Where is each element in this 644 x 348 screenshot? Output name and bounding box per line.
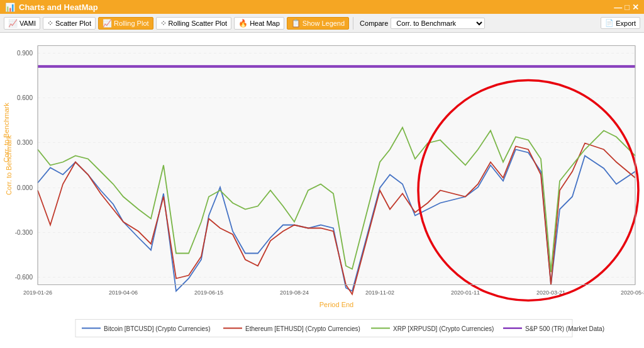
legend-icon: 📋 — [291, 19, 301, 28]
svg-text:2019-04-06: 2019-04-06 — [109, 289, 138, 296]
svg-text:2019-06-15: 2019-06-15 — [194, 289, 223, 296]
title-bar: 📊 Charts and HeatMap — □ ✕ — [0, 0, 644, 14]
svg-text:2019-11-02: 2019-11-02 — [365, 289, 394, 296]
svg-text:2019-01-26: 2019-01-26 — [23, 289, 52, 296]
svg-text:2020-05-30: 2020-05-30 — [621, 289, 644, 296]
chart-area: Corr. to Benchmark 0.900 0.600 0.300 0.0… — [0, 33, 644, 348]
toolbar: 📈 VAMI ⁘ Scatter Plot 📈 Rolling Plot ⁘ R… — [0, 14, 644, 33]
rolling-icon: 📈 — [103, 19, 112, 28]
rolling-scatter-label: Rolling Scatter Plot — [169, 20, 228, 27]
compare-label: Compare — [360, 20, 388, 27]
rolling-label: Rolling Plot — [114, 20, 149, 27]
svg-text:2020-01-11: 2020-01-11 — [451, 289, 480, 296]
svg-text:-0.300: -0.300 — [15, 229, 33, 236]
svg-text:Bitcoin [BTCUSD] (Crypto Curre: Bitcoin [BTCUSD] (Crypto Currencies) — [104, 325, 210, 332]
window-title: Charts and HeatMap — [19, 3, 98, 12]
app-icon: 📊 — [5, 3, 15, 12]
svg-text:0.300: 0.300 — [17, 139, 33, 146]
svg-text:Ethereum [ETHUSD] (Crypto Curr: Ethereum [ETHUSD] (Crypto Currencies) — [245, 325, 360, 332]
show-legend-button[interactable]: 📋 Show Legend — [287, 17, 349, 30]
svg-text:Corr. to Benchmark: Corr. to Benchmark — [5, 135, 13, 195]
heat-map-icon: 🔥 — [238, 19, 248, 28]
svg-text:0.900: 0.900 — [17, 50, 33, 57]
rolling-scatter-icon: ⁘ — [160, 19, 167, 28]
svg-text:2019-08-24: 2019-08-24 — [280, 289, 309, 296]
scatter-icon: ⁘ — [47, 19, 53, 28]
svg-text:0.000: 0.000 — [17, 184, 33, 191]
export-button[interactable]: 📄 Export — [601, 17, 640, 29]
scatter-plot-button[interactable]: ⁘ Scatter Plot — [43, 17, 96, 30]
svg-text:Period End: Period End — [319, 301, 353, 308]
export-label: Export — [616, 20, 636, 27]
chart-svg: 0.900 0.600 0.300 0.000 -0.300 -0.600 Co… — [0, 33, 644, 348]
vami-button[interactable]: 📈 VAMI — [4, 17, 40, 30]
rolling-scatter-button[interactable]: ⁘ Rolling Scatter Plot — [156, 17, 232, 30]
vami-label: VAMI — [19, 20, 36, 27]
compare-dropdown[interactable]: Corr. to Benchmark Return Volatility Sha… — [391, 18, 485, 29]
rolling-plot-button[interactable]: 📈 Rolling Plot — [98, 17, 153, 30]
svg-text:XRP [XRPUSD] (Crypto Currencie: XRP [XRPUSD] (Crypto Currencies) — [393, 325, 494, 332]
minimize-button[interactable]: — — [614, 3, 622, 12]
heat-map-button[interactable]: 🔥 Heat Map — [234, 17, 284, 30]
scatter-label: Scatter Plot — [55, 20, 91, 27]
svg-text:0.600: 0.600 — [17, 94, 33, 101]
separator — [353, 17, 353, 30]
maximize-button[interactable]: □ — [625, 3, 630, 12]
show-legend-label: Show Legend — [303, 20, 345, 27]
export-icon: 📄 — [605, 19, 614, 27]
heat-map-label: Heat Map — [250, 20, 280, 27]
vami-icon: 📈 — [8, 19, 18, 28]
close-button[interactable]: ✕ — [632, 3, 639, 12]
svg-text:S&P 500 (TR) (Market Data): S&P 500 (TR) (Market Data) — [525, 325, 604, 332]
svg-text:-0.600: -0.600 — [15, 274, 33, 281]
